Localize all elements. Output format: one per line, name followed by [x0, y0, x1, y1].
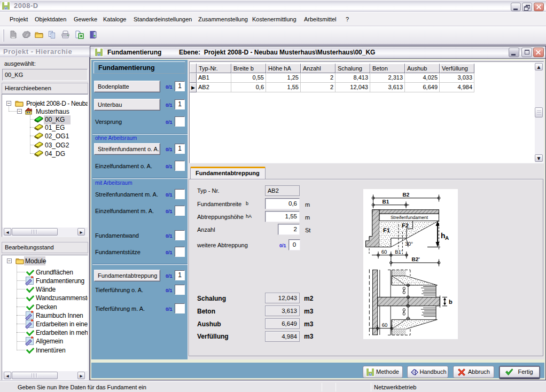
svg-text:b: b	[449, 299, 453, 305]
svg-text:B2: B2	[403, 192, 410, 198]
svg-text:B1': B1'	[395, 249, 402, 255]
svg-text:B1: B1	[383, 199, 389, 205]
svg-text:M: M	[369, 373, 372, 377]
svg-text:F1: F1	[383, 228, 390, 234]
svg-text:60: 60	[382, 323, 388, 328]
svg-text:30°: 30°	[405, 241, 413, 247]
svg-text:A: A	[445, 236, 449, 241]
svg-text:Streifenfundament: Streifenfundament	[391, 215, 428, 220]
svg-text:60: 60	[381, 249, 387, 255]
svg-text:M: M	[97, 53, 100, 57]
svg-text:F2: F2	[402, 223, 409, 229]
svg-text:B2': B2'	[411, 257, 419, 263]
svg-text:M: M	[4, 6, 7, 10]
